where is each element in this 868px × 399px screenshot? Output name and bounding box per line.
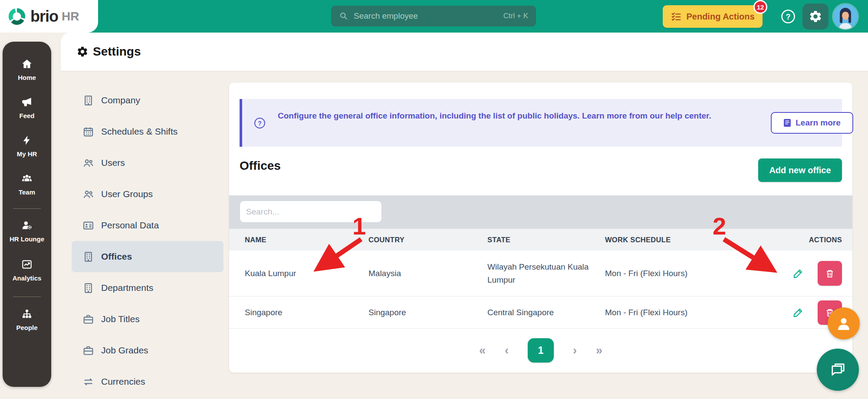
sidebar-item-label: My HR [3,150,51,158]
sidebar-divider [13,297,41,297]
settings-menu-item-user-groups[interactable]: User Groups [72,178,224,210]
settings-menu-item-offices[interactable]: Offices [72,241,224,272]
logo-text-brio: brio [30,7,58,26]
svg-text:?: ? [786,13,791,21]
menu-item-label: Currencies [101,376,145,387]
sidebar-item-hr-lounge[interactable]: HR Lounge [3,220,51,243]
settings-menu-item-currencies[interactable]: Currencies [72,366,224,397]
home-icon [21,63,33,71]
menu-item-label: Personal Data [101,220,159,231]
menu-item-label: Schedules & Shifts [101,126,178,137]
building-icon [82,95,94,106]
search-shortcut-hint: Ctrl + K [503,12,528,20]
employee-search-input[interactable] [353,11,503,21]
gear-icon [809,10,822,23]
column-header-actions: ACTIONS [730,236,842,244]
annotation-step-2: 2 [713,212,726,240]
analytics-icon [21,264,33,271]
checklist-icon [671,11,682,22]
settings-menu-item-schedules-shifts[interactable]: Schedules & Shifts [72,116,224,147]
user-avatar[interactable] [833,4,858,29]
settings-gear-icon [76,46,89,58]
office-country-cell: Malaysia [363,269,482,278]
question-circle-icon: ? [254,117,266,129]
menu-item-label: Departments [101,283,153,293]
column-header-state: STATE [482,233,600,246]
settings-menu-item-departments[interactable]: Departments [72,272,224,303]
pending-actions-button[interactable]: Pending Actions [663,5,763,28]
pagination: « ‹ 1 › » [229,329,852,372]
first-page-button[interactable]: « [479,345,486,356]
sidebar-item-label: Team [3,188,51,196]
column-header-work-schedule: WORK SCHEDULE [600,236,730,244]
menu-item-label: Job Grades [101,345,148,356]
sidebar-item-home[interactable]: Home [3,58,51,81]
office-work-schedule-cell: Mon - Fri (Flexi Hours) [600,308,730,317]
employee-search-bar[interactable]: Ctrl + K [331,6,536,26]
edit-office-button[interactable] [792,306,805,319]
learn-more-label: Learn more [796,118,840,128]
office-name-cell: Singapore [240,308,363,317]
logo-text-hr: HR [62,10,79,23]
support-person-button[interactable] [828,307,860,340]
sidebar-item-label: Home [3,74,51,81]
help-button[interactable]: ? [780,9,796,24]
add-new-office-button[interactable]: Add new office [758,158,842,182]
sidebar-item-label: Analytics [3,274,51,282]
pending-actions-badge: 12 [753,0,767,14]
pending-actions-label: Pending Actions [686,12,754,22]
calendar-icon [82,126,94,138]
office-state-cell: Central Singapore [482,306,600,319]
settings-menu-item-company[interactable]: Company [72,85,224,116]
building-icon [82,251,94,263]
sidebar-divider [13,208,41,209]
column-header-country: COUNTRY [363,236,482,244]
section-heading: Offices [240,159,281,173]
settings-menu-item-personal-data[interactable]: Personal Data [72,210,224,241]
person-icon [835,315,852,332]
chat-button[interactable] [817,349,859,391]
users-icon [82,188,94,200]
previous-page-button[interactable]: ‹ [505,345,509,356]
chat-bubbles-icon [829,360,848,379]
next-page-button[interactable]: › [573,345,577,356]
office-state-cell: Wilayah Persekutuan Kuala Lumpur [482,261,600,287]
megaphone-icon [21,102,33,109]
sidebar-item-label: HR Lounge [3,235,51,243]
sitemap-icon [21,313,33,321]
current-page-button[interactable]: 1 [528,338,554,363]
annotation-step-1: 1 [352,212,366,240]
sidebar-item-team[interactable]: Team [3,173,51,196]
sidebar-item-analytics[interactable]: Analytics [3,259,51,282]
delete-office-button[interactable] [818,261,842,286]
sidebar-item-feed[interactable]: Feed [3,96,51,119]
column-header-name: NAME [240,236,363,244]
brio-logo[interactable]: brioHR [0,0,98,33]
settings-menu-item-job-titles[interactable]: Job Titles [72,303,224,335]
svg-text:?: ? [258,120,262,127]
edit-office-button[interactable] [792,267,805,280]
menu-item-label: Offices [101,251,132,262]
settings-menu-item-job-grades[interactable]: Job Grades [72,335,224,366]
settings-menu-item-users[interactable]: Users [72,147,224,178]
settings-gear-button[interactable] [802,3,829,30]
users-icon [82,157,94,169]
learn-more-button[interactable]: Learn more [771,112,853,134]
sidebar-item-people[interactable]: People [3,308,51,331]
page-header: Settings [61,33,868,71]
id-card-icon [82,220,94,231]
page-title: Settings [93,45,141,59]
table-row: Kuala Lumpur Malaysia Wilayah Persekutua… [229,251,852,297]
briefcase-icon [82,345,94,356]
settings-menu: Company Schedules & Shifts Users User Gr… [72,85,224,397]
search-icon [339,11,349,21]
last-page-button[interactable]: » [596,345,602,356]
table-header-row: NAME COUNTRY STATE WORK SCHEDULE ACTIONS [229,229,852,251]
bolt-icon [21,140,33,147]
office-name-cell: Kuala Lumpur [240,269,363,278]
table-row: Singapore Singapore Central Singapore Mo… [229,297,852,329]
offices-panel: ? Configure the general office informati… [229,82,852,373]
sidebar-item-my-hr[interactable]: My HR [3,135,51,158]
menu-item-label: Company [101,95,140,106]
sidebar-item-label: Feed [3,112,51,119]
